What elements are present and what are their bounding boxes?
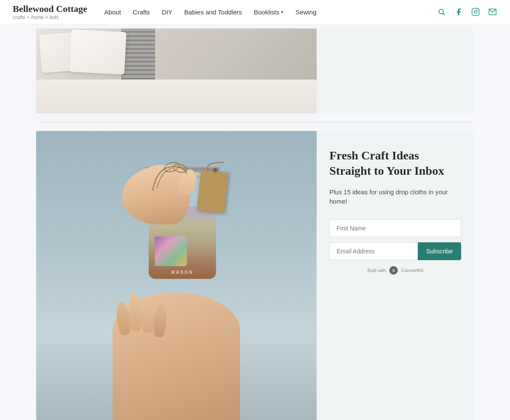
subscribe-button[interactable]: Subscribe xyxy=(418,242,461,260)
convertkit-badge: Built with C ConvertKit xyxy=(329,266,461,275)
nav-booklists[interactable]: Booklists ▾ xyxy=(254,9,283,16)
bed-sheet xyxy=(36,79,317,114)
site-branding: Bellewood Cottage crafts + home + kids xyxy=(13,3,87,20)
site-title[interactable]: Bellewood Cottage xyxy=(13,3,87,14)
bed-card xyxy=(36,28,474,114)
main-nav: About Crafts DIY Babies and Toddlers Boo… xyxy=(104,9,437,16)
svg-point-3 xyxy=(474,11,477,14)
mason-scene: MASON xyxy=(36,131,317,420)
newsletter-description: Plus 15 ideas for using drop cloths in y… xyxy=(329,187,461,207)
facebook-icon[interactable] xyxy=(454,7,463,17)
nav-diy[interactable]: DIY xyxy=(162,9,173,16)
email-input[interactable] xyxy=(329,242,418,260)
site-tagline: crafts + home + kids xyxy=(13,14,87,20)
convertkit-name-label: ConvertKit xyxy=(401,268,423,273)
nav-sewing[interactable]: Sewing xyxy=(295,9,316,16)
header-social-icons xyxy=(437,7,497,17)
svg-point-4 xyxy=(477,10,478,10)
svg-line-1 xyxy=(443,13,444,14)
bed-card-side xyxy=(317,28,474,114)
newsletter-form-area: Fresh Craft Ideas Straight to Your Inbox… xyxy=(317,131,474,420)
nav-crafts[interactable]: Crafts xyxy=(133,9,150,16)
convertkit-built-with-label: Built with xyxy=(367,268,386,273)
jar-label: MASON xyxy=(149,270,216,275)
page-content: MASON xyxy=(32,28,478,420)
search-icon[interactable] xyxy=(437,7,446,17)
site-header: Bellewood Cottage crafts + home + kids A… xyxy=(0,0,510,24)
newsletter-section: MASON xyxy=(36,131,474,420)
first-name-input[interactable] xyxy=(329,219,461,237)
email-icon[interactable] xyxy=(488,7,497,17)
nav-babies-toddlers[interactable]: Babies and Toddlers xyxy=(184,9,242,16)
newsletter-title: Fresh Craft Ideas Straight to Your Inbox xyxy=(329,148,461,179)
nav-booklists-label: Booklists xyxy=(254,9,279,16)
email-subscribe-row: Subscribe xyxy=(329,242,461,260)
chevron-down-icon: ▾ xyxy=(281,9,283,15)
mason-jar-image: MASON xyxy=(36,131,317,420)
section-separator xyxy=(36,122,474,122)
bed-image xyxy=(36,28,317,114)
convertkit-logo: C xyxy=(389,266,398,275)
nav-about[interactable]: About xyxy=(104,9,121,16)
svg-rect-2 xyxy=(472,9,479,16)
instagram-icon[interactable] xyxy=(471,7,480,17)
bed-pillow-2 xyxy=(69,29,126,75)
